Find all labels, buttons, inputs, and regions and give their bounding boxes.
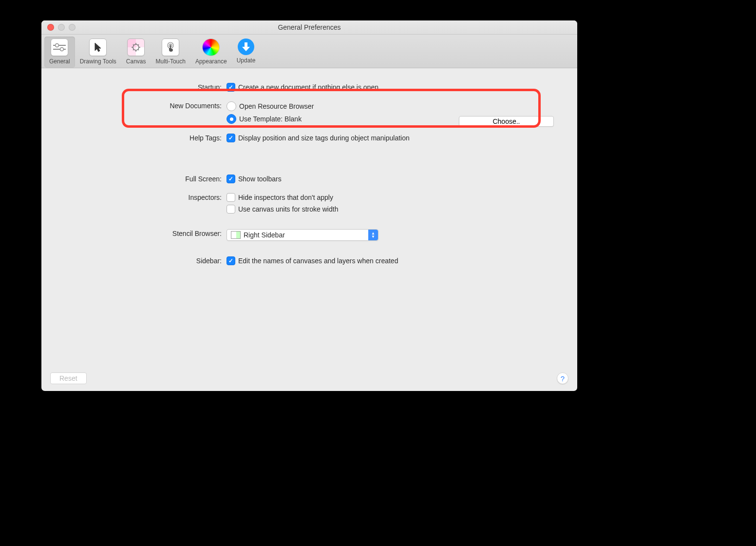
chevron-updown-icon: ▲▼	[368, 230, 378, 240]
tab-general[interactable]: General	[44, 37, 75, 68]
choose-button[interactable]: Choose..	[459, 116, 554, 127]
tab-canvas[interactable]: Canvas	[121, 37, 151, 68]
sliders-icon	[51, 39, 68, 56]
tab-drawing-label: Drawing Tools	[80, 58, 116, 65]
tab-multitouch-label: Multi-Touch	[156, 58, 186, 65]
startup-create-checkbox[interactable]	[227, 83, 235, 92]
new-documents-row: New Documents: Open Resource Browser Use…	[56, 101, 563, 124]
tab-general-label: General	[49, 58, 70, 65]
minimize-icon	[58, 24, 65, 31]
zoom-icon	[69, 24, 76, 31]
stencil-value: Right Sidebar	[244, 231, 285, 239]
newdocs-resource-label: Open Resource Browser	[239, 102, 314, 110]
inspectors-hide-checkbox[interactable]	[227, 193, 235, 202]
reset-button[interactable]: Reset	[50, 372, 87, 384]
sidebar-layout-icon	[231, 231, 241, 239]
stencil-browser-select[interactable]: Right Sidebar ▲▼	[227, 229, 378, 241]
fullscreen-label: Full Screen:	[56, 175, 227, 183]
svg-line-11	[138, 44, 139, 45]
stencil-row: Stencil Browser: Right Sidebar ▲▼	[56, 229, 563, 241]
sidebar-editnames-checkbox[interactable]	[227, 256, 235, 265]
tab-update[interactable]: Update	[232, 37, 261, 68]
newdocs-template-radio[interactable]	[227, 114, 236, 124]
help-button[interactable]: ?	[557, 372, 568, 384]
sidebar-editnames-label: Edit the names of canvases and layers wh…	[238, 257, 398, 265]
newdocs-resource-radio[interactable]	[227, 101, 236, 111]
fullscreen-toolbars-checkbox[interactable]	[227, 175, 235, 183]
helptags-row: Help Tags: Display position and size tag…	[56, 134, 563, 142]
cursor-icon	[89, 39, 107, 56]
color-wheel-icon	[202, 39, 220, 56]
tab-appearance[interactable]: Appearance	[190, 37, 232, 68]
helptags-label: Help Tags:	[56, 134, 227, 142]
startup-create-label: Create a new document if nothing else is…	[238, 83, 378, 91]
general-panel: Startup: Create a new document if nothin…	[41, 68, 577, 391]
inspectors-canvasunits-checkbox[interactable]	[227, 205, 235, 214]
canvas-icon	[127, 39, 145, 56]
fullscreen-toolbars-label: Show toolbars	[238, 175, 282, 183]
new-documents-label: New Documents:	[56, 101, 227, 110]
window-title: General Preferences	[41, 23, 577, 31]
close-icon[interactable]	[47, 24, 54, 31]
window-controls	[41, 24, 76, 31]
stencil-label: Stencil Browser:	[56, 229, 227, 237]
inspectors-label: Inspectors:	[56, 193, 227, 201]
tab-canvas-label: Canvas	[126, 58, 146, 65]
tab-drawing-tools[interactable]: Drawing Tools	[75, 37, 121, 68]
fullscreen-row: Full Screen: Show toolbars	[56, 175, 563, 183]
helptags-text: Display position and size tags during ob…	[238, 134, 410, 142]
touch-icon	[162, 39, 179, 56]
tab-appearance-label: Appearance	[195, 58, 227, 65]
prefs-toolbar: General Drawing Tools	[41, 35, 577, 68]
download-icon	[238, 39, 254, 55]
startup-row: Startup: Create a new document if nothin…	[56, 83, 563, 92]
newdocs-template-label: Use Template: Blank	[239, 115, 302, 123]
sidebar-row: Sidebar: Edit the names of canvases and …	[56, 256, 563, 265]
sidebar-label: Sidebar:	[56, 256, 227, 265]
inspectors-hide-label: Hide inspectors that don't apply	[238, 194, 333, 201]
inspectors-row: Inspectors: Hide inspectors that don't a…	[56, 193, 563, 214]
svg-line-12	[133, 49, 134, 50]
titlebar: General Preferences	[41, 20, 577, 35]
inspectors-canvasunits-label: Use canvas units for stroke width	[238, 205, 338, 213]
tab-multitouch[interactable]: Multi-Touch	[151, 37, 190, 68]
helptags-checkbox[interactable]	[227, 134, 235, 142]
startup-label: Startup:	[56, 83, 227, 91]
svg-point-1	[56, 44, 59, 47]
preferences-window: General Preferences General Drawing Tool…	[41, 20, 577, 391]
svg-point-3	[60, 48, 64, 51]
footer: Reset ?	[41, 366, 577, 391]
svg-line-9	[133, 44, 134, 45]
svg-line-10	[138, 49, 139, 50]
tab-update-label: Update	[237, 57, 256, 64]
